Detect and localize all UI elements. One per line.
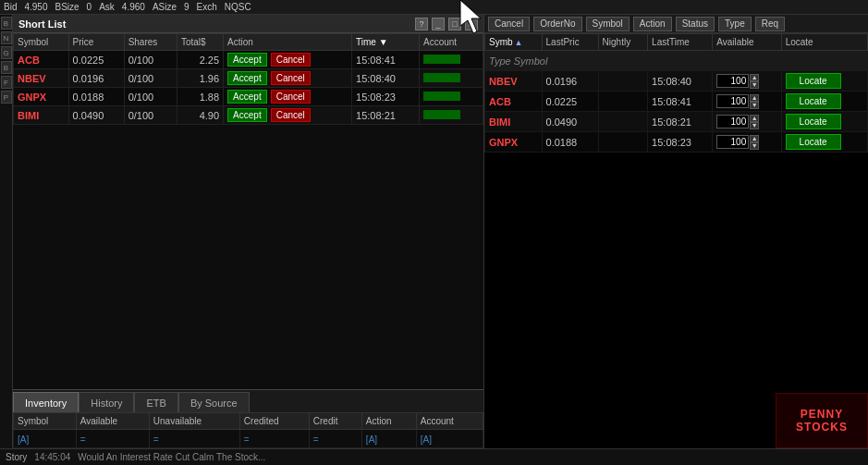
locate-nightly [598, 71, 648, 92]
qty-up-button[interactable]: ▲ [750, 74, 759, 81]
table-row: BIMI 0.0490 0/100 4.90 Accept Cancel 15:… [14, 106, 483, 125]
list-item: ACB 0.0225 15:08:41 ▲ ▼ Locate [485, 92, 868, 112]
qty-up-button[interactable]: ▲ [750, 135, 759, 142]
cell-time: 15:08:23 [352, 88, 420, 106]
inv-cell-credited: = [239, 430, 309, 448]
list-item: BIMI 0.0490 15:08:21 ▲ ▼ Locate [485, 112, 868, 132]
sidebar-item-g[interactable]: G [1, 46, 12, 59]
right-top-bar: CancelOrderNoSymbolActionStatusTypeReq [484, 15, 868, 33]
locate-col-lasttime[interactable]: LastTime [648, 34, 713, 51]
quantity-stepper[interactable] [716, 74, 749, 88]
locate-button[interactable]: Locate [786, 73, 841, 89]
quantity-stepper[interactable] [716, 94, 749, 108]
cancel-button[interactable]: Cancel [271, 71, 311, 85]
locate-col-symb[interactable]: Symb▲ [485, 34, 543, 51]
qty-spinners: ▲ ▼ [750, 94, 759, 109]
bsize-label: BSize [55, 2, 79, 12]
locate-button[interactable]: Locate [786, 114, 841, 129]
minimize-button[interactable]: _ [432, 18, 445, 31]
cancel-button[interactable]: Cancel [271, 53, 311, 67]
locate-available: ▲ ▼ [713, 71, 781, 92]
col-time[interactable]: Time ▼ [352, 34, 420, 51]
inv-col-available[interactable]: Available [76, 413, 149, 430]
sidebar-item-n[interactable]: N [1, 31, 12, 44]
cell-symbol: BIMI [14, 106, 69, 125]
rt-btn-cancel[interactable]: Cancel [488, 17, 530, 31]
sidebar-item-f[interactable]: F [1, 76, 12, 89]
locate-col-locate[interactable]: Locate [781, 34, 867, 51]
cell-account [419, 88, 483, 106]
inv-col-action[interactable]: Action [361, 413, 416, 430]
status-time: 14:45:04 [34, 452, 70, 462]
story-label: Story [6, 452, 27, 462]
rt-btn-status[interactable]: Status [676, 17, 715, 31]
locate-col-lastpric[interactable]: LastPric [542, 34, 598, 51]
locate-btn-cell: Locate [781, 112, 867, 132]
tab-etb[interactable]: ETB [134, 392, 177, 412]
short-list-table-wrapper: Symbol Price Shares Total$ Action Time ▼… [13, 33, 483, 389]
inv-cell-credit: = [309, 430, 361, 448]
close-button[interactable]: ✕ [465, 18, 478, 31]
locate-col-nightly[interactable]: Nightly [598, 34, 648, 51]
panel-title-bar: Short List ? _ □ ✕ [13, 15, 483, 33]
sidebar-item-p[interactable]: P [1, 91, 12, 104]
locate-last-price: 0.0196 [542, 71, 598, 92]
quantity-stepper[interactable] [716, 135, 749, 149]
qty-up-button[interactable]: ▲ [750, 115, 759, 122]
accept-button[interactable]: Accept [227, 108, 267, 122]
accept-button[interactable]: Accept [227, 90, 267, 104]
locate-available: ▲ ▼ [713, 112, 781, 132]
inv-col-credit[interactable]: Credit [309, 413, 361, 430]
col-total[interactable]: Total$ [177, 34, 223, 51]
inv-col-credited[interactable]: Credited [239, 413, 309, 430]
cell-price: 0.0490 [68, 106, 124, 125]
inv-col-symbol[interactable]: Symbol [14, 413, 77, 430]
qty-spinners: ▲ ▼ [750, 115, 759, 129]
qty-down-button[interactable]: ▼ [750, 102, 759, 109]
ask-label: Ask [99, 2, 115, 12]
locate-button[interactable]: Locate [786, 93, 841, 109]
sidebar-item-bi[interactable]: B [1, 61, 12, 74]
qty-spinners: ▲ ▼ [750, 135, 759, 150]
cell-price: 0.0196 [68, 69, 124, 88]
bottom-tabs-area: InventoryHistoryETBBy Source Symbol Avai… [13, 389, 483, 448]
rt-btn-req[interactable]: Req [755, 17, 785, 31]
accept-button[interactable]: Accept [227, 71, 267, 85]
locate-last-price: 0.0490 [542, 112, 598, 132]
exch-label: Exch [197, 2, 217, 12]
qty-down-button[interactable]: ▼ [750, 142, 759, 150]
tabs-row: InventoryHistoryETBBy Source [13, 390, 483, 412]
status-bar: Story 14:45:04 Would An Interest Rate Cu… [0, 448, 868, 465]
cell-price: 0.0188 [68, 88, 124, 106]
cancel-button[interactable]: Cancel [271, 90, 311, 104]
rt-btn-type[interactable]: Type [718, 17, 752, 31]
rt-btn-action[interactable]: Action [633, 17, 672, 31]
locate-col-available[interactable]: Available [713, 34, 781, 51]
help-button[interactable]: ? [415, 18, 428, 31]
tab-history[interactable]: History [79, 392, 134, 412]
col-account[interactable]: Account [419, 34, 483, 51]
quantity-stepper[interactable] [716, 115, 749, 128]
tab-by-source[interactable]: By Source [178, 392, 250, 412]
cell-symbol: GNPX [14, 88, 69, 106]
locate-button[interactable]: Locate [786, 134, 841, 150]
col-shares[interactable]: Shares [124, 34, 177, 51]
maximize-button[interactable]: □ [448, 18, 461, 31]
cancel-button[interactable]: Cancel [271, 108, 311, 122]
col-symbol[interactable]: Symbol [14, 34, 69, 51]
accept-button[interactable]: Accept [227, 53, 267, 67]
qty-down-button[interactable]: ▼ [750, 81, 759, 89]
inv-col-unavailable[interactable]: Unavailable [149, 413, 239, 430]
locate-last-time: 15:08:40 [648, 71, 713, 92]
bottom-table-wrapper: Symbol Available Unavailable Credited Cr… [13, 412, 483, 448]
col-action[interactable]: Action [224, 34, 352, 51]
col-price[interactable]: Price [68, 34, 124, 51]
sidebar-item-b[interactable]: B [1, 17, 12, 30]
qty-up-button[interactable]: ▲ [750, 94, 759, 102]
inv-col-account[interactable]: Account [416, 413, 483, 430]
panel-title: Short List [18, 18, 411, 30]
tab-inventory[interactable]: Inventory [13, 392, 79, 412]
rt-btn-symbol[interactable]: Symbol [586, 17, 630, 31]
qty-down-button[interactable]: ▼ [750, 122, 759, 129]
rt-btn-orderno[interactable]: OrderNo [533, 17, 581, 31]
